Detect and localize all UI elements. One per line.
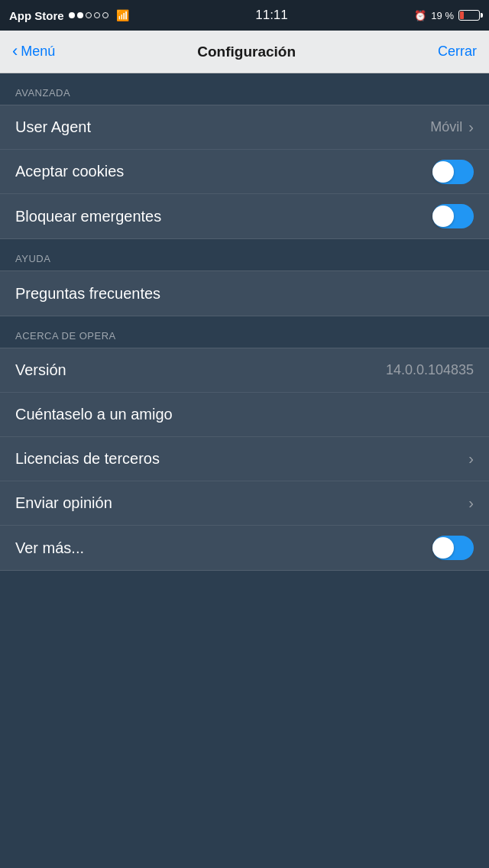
row-version: Versión 14.0.0.104835 [0, 348, 489, 393]
alarm-icon: ⏰ [414, 10, 426, 21]
dot-1 [69, 12, 75, 18]
third-party-licenses-chevron-icon: › [468, 450, 474, 468]
user-agent-right: Móvil › [430, 118, 474, 136]
settings-group-opera: Versión 14.0.0.104835 Cuéntaselo a un am… [0, 348, 489, 571]
third-party-licenses-label: Licencias de terceros [15, 450, 160, 468]
more-knob [432, 537, 454, 559]
signal-dots [69, 12, 108, 18]
battery-body [458, 10, 480, 21]
block-popups-label: Bloquear emergentes [15, 208, 161, 225]
more-toggle[interactable] [432, 536, 474, 560]
status-bar: App Store 📶 11:11 ⏰ 19 % [0, 0, 489, 31]
battery-fill [460, 11, 464, 19]
back-button[interactable]: ‹ Menú [12, 42, 55, 61]
close-button[interactable]: Cerrar [438, 44, 477, 60]
version-label: Versión [15, 361, 66, 379]
battery-percent: 19 % [431, 10, 454, 21]
accept-cookies-toggle[interactable] [432, 160, 474, 184]
accept-cookies-knob [432, 161, 454, 183]
status-left: App Store 📶 [9, 9, 129, 22]
settings-content: AVANZADA User Agent Móvil › Aceptar cook… [0, 73, 489, 868]
send-opinion-chevron-icon: › [468, 494, 474, 512]
accept-cookies-label: Aceptar cookies [15, 163, 124, 180]
dot-4 [94, 12, 100, 18]
tell-friend-label: Cuéntaselo a un amigo [15, 406, 173, 423]
section-header-opera: ACERCA DE OPERA [0, 316, 489, 348]
dot-5 [102, 12, 108, 18]
dot-2 [77, 12, 83, 18]
nav-bar: ‹ Menú Configuración Cerrar [0, 31, 489, 73]
faq-label: Preguntas frecuentes [15, 285, 160, 303]
block-popups-knob [432, 206, 454, 227]
version-value: 14.0.0.104835 [386, 362, 474, 378]
send-opinion-label: Enviar opinión [15, 494, 112, 512]
row-user-agent[interactable]: User Agent Móvil › [0, 105, 489, 150]
section-header-avanzada: AVANZADA [0, 73, 489, 105]
section-header-ayuda: AYUDA [0, 239, 489, 270]
row-send-opinion[interactable]: Enviar opinión › [0, 481, 489, 526]
row-third-party-licenses[interactable]: Licencias de terceros › [0, 437, 489, 481]
settings-group-avanzada: User Agent Móvil › Aceptar cookies Bloqu… [0, 105, 489, 239]
carrier-label: App Store [9, 9, 64, 22]
back-chevron-icon: ‹ [12, 41, 18, 61]
row-block-popups[interactable]: Bloquear emergentes [0, 194, 489, 238]
battery-icon [458, 10, 480, 21]
row-more[interactable]: Ver más... [0, 526, 489, 570]
wifi-icon: 📶 [116, 9, 129, 21]
user-agent-chevron-icon: › [468, 118, 474, 136]
row-faq[interactable]: Preguntas frecuentes [0, 271, 489, 316]
block-popups-toggle[interactable] [432, 204, 474, 228]
settings-group-ayuda: Preguntas frecuentes [0, 270, 489, 316]
status-time: 11:11 [255, 8, 288, 23]
user-agent-label: User Agent [15, 118, 91, 136]
row-tell-friend[interactable]: Cuéntaselo a un amigo [0, 393, 489, 437]
user-agent-value: Móvil [430, 119, 462, 135]
page-title: Configuración [197, 44, 296, 60]
more-label: Ver más... [15, 539, 84, 557]
status-right: ⏰ 19 % [414, 10, 480, 21]
back-label: Menú [21, 44, 55, 60]
row-accept-cookies[interactable]: Aceptar cookies [0, 150, 489, 194]
dot-3 [86, 12, 92, 18]
